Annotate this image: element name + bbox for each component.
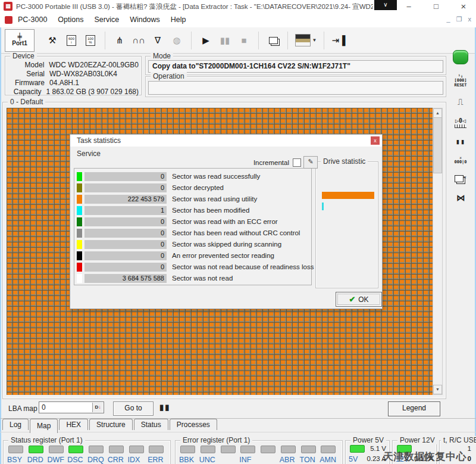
pause-indicator-icon[interactable]: ▮▮ <box>159 403 170 412</box>
led-indicator <box>109 446 124 453</box>
copy-pages-icon <box>455 175 464 182</box>
lba-dropdown-button[interactable]: D↓ <box>92 403 103 412</box>
led-indicator <box>201 446 215 453</box>
title-dropdown-button[interactable]: ∨ <box>374 0 397 10</box>
task-statistics-panel: 0 Sector was read successfully 0 Sector … <box>74 168 312 285</box>
cascade-windows-icon <box>269 37 278 44</box>
stat-label: Sector was skipped during scanning <box>172 241 281 248</box>
led-indicator <box>281 446 296 453</box>
mdi-controls: _ ❐ x <box>447 15 472 23</box>
search-button[interactable]: ∩∩ <box>129 31 148 50</box>
ata-registers-button[interactable]: ▷0◁ <box>455 117 466 129</box>
legend-button[interactable]: Legend <box>388 401 440 416</box>
scrollbar-thumb[interactable] <box>433 117 442 173</box>
port-select-button[interactable]: ╪ Port1 <box>5 29 35 52</box>
led-indicator <box>321 446 336 453</box>
stat-color-swatch <box>77 240 82 249</box>
error-led-cell: INF <box>239 446 259 464</box>
close-button[interactable]: × <box>452 0 475 13</box>
mode-group-title: Mode <box>151 52 173 60</box>
lba-value: 0 <box>42 403 46 412</box>
connector-icon: ⋈ <box>456 193 465 203</box>
device-field-label: Model <box>8 61 44 69</box>
drive-icon[interactable] <box>453 50 468 64</box>
operation-group-title: Operation <box>151 72 187 80</box>
reset-label: RESET <box>454 83 466 88</box>
menu-item[interactable]: Help <box>171 15 186 24</box>
map-view-button[interactable]: ▼ <box>293 31 319 50</box>
menu-item[interactable]: Options <box>58 15 83 24</box>
minimize-button[interactable]: – <box>397 0 420 13</box>
status-led-cell: IDX <box>128 446 148 464</box>
menu-item[interactable]: Windows <box>130 15 160 24</box>
mdi-restore-button[interactable]: ❐ <box>456 15 462 23</box>
lba-input[interactable]: 0 D↓ <box>39 401 104 413</box>
stop-button[interactable]: ■ <box>234 31 253 50</box>
tab[interactable]: Log <box>2 419 29 430</box>
exit-button[interactable]: ⇥▐ <box>329 31 348 50</box>
dialog-title: Task statistics <box>77 136 121 145</box>
tab[interactable]: Processes <box>170 419 217 430</box>
pause-side-button[interactable]: ▮▮ <box>456 138 465 146</box>
power-switch-button[interactable]: ⎍ <box>458 98 464 107</box>
mdi-close-button[interactable]: x <box>468 15 472 23</box>
counter-button[interactable]: ✳000|0 <box>454 156 466 165</box>
tab[interactable]: Map <box>30 419 58 433</box>
stat-value: 0 <box>84 172 167 181</box>
dialog-title-bar[interactable]: Task statistics x <box>70 135 382 147</box>
error-register-group: Error register (Port 1) BBK UNC INF ABR <box>175 440 343 464</box>
map-scrollbar[interactable]: ▲ ▼ <box>433 108 443 395</box>
mdi-minimize-button[interactable]: _ <box>447 15 450 23</box>
pause-icon: ▮▮ <box>220 35 230 46</box>
tab[interactable]: Structure <box>89 419 133 430</box>
goto-button[interactable]: Go to <box>113 401 154 416</box>
stat-value: 0 <box>84 240 167 249</box>
windows-cascade-button[interactable] <box>264 31 283 50</box>
report-button[interactable]: 600i <box>62 31 81 50</box>
scale-button[interactable]: 100% <box>81 31 100 50</box>
edit-colors-button[interactable]: ✎ <box>303 156 318 169</box>
toolbar: ╪ Port1 ⚒ 600i 100% ⋔ ∩∩ ∇ ◍ ▶ ▮▮ ■ ▼ ⇥▐ <box>0 27 476 54</box>
status-register-group: Status register (Port 1) BSY DRD DWF DSC… <box>3 440 171 464</box>
stat-row: 222 453 579 Sector was read using utilit… <box>74 194 311 205</box>
tab[interactable]: Status <box>134 419 168 430</box>
lba-map-label: LBA map <box>8 404 37 413</box>
menu-item[interactable]: PC-3000 <box>18 15 47 24</box>
filter-button[interactable]: ∇ <box>148 31 167 50</box>
archive-button[interactable]: ◍ <box>167 31 186 50</box>
stat-value: 0 <box>84 183 167 192</box>
device-field-value: 1 863.02 GB (3 907 029 168) <box>46 88 139 96</box>
power-5v-title: Power 5V <box>350 436 386 444</box>
structure-button[interactable]: ⋔ <box>110 31 129 50</box>
start-button[interactable]: ▶ <box>196 31 215 50</box>
connector-button[interactable]: ⋈ <box>456 194 465 203</box>
stat-value: 0 <box>84 251 167 260</box>
toolbar-separator <box>105 32 105 49</box>
utility-tools-button[interactable]: ⚒ <box>43 31 62 50</box>
mode-value: Copy data to"ST2000DM001-1CH164 CV22 S/N… <box>148 60 443 73</box>
scroll-up-icon[interactable]: ▲ <box>433 108 442 118</box>
ok-button[interactable]: ✔ OK <box>336 292 382 307</box>
port-icon: ╪ <box>17 34 21 40</box>
dropdown-arrow-icon[interactable]: ▼ <box>312 38 317 43</box>
led-label: IDX <box>128 456 140 464</box>
stat-row: 0 An error prevented sector reading <box>74 251 311 262</box>
status-led-cell: BSY <box>7 446 27 464</box>
chevron-down-icon: ∨ <box>383 1 387 8</box>
menu-items: PC-3000OptionsServiceWindowsHelp <box>18 15 186 24</box>
menu-item[interactable]: Service <box>94 15 119 24</box>
dialog-close-button[interactable]: x <box>371 136 380 145</box>
incremental-checkbox[interactable] <box>293 158 301 167</box>
copy-tasks-button[interactable]: ✕ <box>455 175 466 184</box>
led-label: DRD <box>27 456 43 464</box>
pause-button[interactable]: ▮▮ <box>215 31 234 50</box>
reset-button[interactable]: ¹⇣[000] RESET <box>454 74 466 88</box>
menu-app-icon <box>5 16 12 24</box>
led-indicator <box>29 446 43 453</box>
maximize-button[interactable]: □ <box>425 0 447 13</box>
ruler-icon <box>455 124 466 128</box>
toolbar-separator <box>191 32 192 49</box>
tab[interactable]: HEX <box>59 419 88 430</box>
scroll-down-icon[interactable]: ▼ <box>433 385 442 394</box>
device-field: Serial WD-WX82AB03L0K4 <box>8 70 139 78</box>
